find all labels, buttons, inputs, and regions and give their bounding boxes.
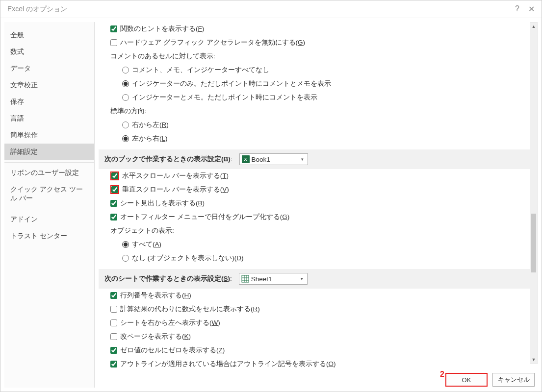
- checkbox-hw-accel[interactable]: [110, 39, 117, 46]
- scrollbar-down-icon[interactable]: ▼: [530, 356, 537, 364]
- option-row: 関数のヒントを表示する(F): [99, 22, 530, 36]
- content: 関数のヒントを表示する(F) ハードウェア グラフィック アクセラレータを無効に…: [95, 18, 542, 368]
- checkbox-label: 水平スクロール バーを表示する(T): [122, 172, 229, 180]
- label-text: 標準の方向:: [110, 107, 147, 116]
- option-row: 垂直スクロール バーを表示する(V): [99, 183, 530, 196]
- option-row: ゼロ値のセルにゼロを表示する(Z): [99, 343, 530, 357]
- section-label: 次のシートで作業するときの表示設定(S):: [104, 274, 232, 283]
- sidebar-item-ribbon[interactable]: リボンのユーザー設定: [4, 165, 94, 181]
- checkbox-label: アウトラインが適用されている場合はアウトライン記号を表示する(O): [120, 360, 336, 368]
- sidebar-item-easy[interactable]: 簡単操作: [4, 127, 94, 144]
- sidebar-item-save[interactable]: 保存: [4, 94, 94, 110]
- checkbox-outline-symbols[interactable]: [110, 361, 117, 368]
- chevron-down-icon: ▾: [301, 157, 304, 162]
- sidebar-item-label: 詳細設定: [10, 148, 38, 155]
- radio-label: 左から右(L): [132, 134, 168, 143]
- option-row: 行列番号を表示する(H): [99, 289, 530, 302]
- option-row: アウトラインが適用されている場合はアウトライン記号を表示する(O): [99, 357, 530, 368]
- checkbox-autofilter-group[interactable]: [110, 214, 117, 220]
- help-icon[interactable]: ?: [515, 4, 519, 14]
- sheet-icon: [241, 275, 249, 283]
- checkbox-func-hint[interactable]: [110, 25, 117, 32]
- sidebar-item-trust[interactable]: トラスト センター: [4, 228, 94, 245]
- radio-rtl[interactable]: [122, 122, 129, 128]
- radio-obj-all[interactable]: [122, 241, 129, 248]
- option-row: オートフィルター メニューで日付をグループ化する(G): [99, 210, 530, 224]
- sidebar-item-label: トラスト センター: [10, 232, 67, 240]
- checkbox-row-col-headers[interactable]: [110, 292, 117, 299]
- sidebar-item-language[interactable]: 言語: [4, 110, 94, 127]
- footer: 2 OK キャンセル: [95, 368, 542, 392]
- checkbox-zero-values[interactable]: [110, 347, 117, 354]
- section-label: 次のブックで作業するときの表示設定(B):: [104, 155, 232, 164]
- sidebar-item-formula[interactable]: 数式: [4, 44, 94, 60]
- group-label: 標準の方向:: [99, 104, 530, 118]
- section-header-book: 次のブックで作業するときの表示設定(B): X Book1 ▾: [99, 149, 530, 169]
- scrollbar-vertical[interactable]: ▲ ▼: [530, 22, 538, 364]
- checkbox-page-breaks[interactable]: [110, 333, 117, 340]
- close-icon[interactable]: ✕: [528, 4, 535, 14]
- checkbox-label: シートを右から左へ表示する(W): [120, 318, 220, 327]
- radio-ltr[interactable]: [122, 135, 129, 142]
- scrollbar-up-icon[interactable]: ▲: [530, 23, 537, 30]
- checkbox-label: 行列番号を表示する(H): [120, 291, 191, 300]
- checkbox-label: 関数のヒントを表示する(F): [120, 24, 204, 33]
- checkbox-sheet-tabs[interactable]: [110, 200, 117, 207]
- sidebar-item-general[interactable]: 全般: [4, 27, 94, 44]
- sidebar-item-label: 保存: [10, 98, 24, 105]
- checkbox-label: ゼロ値のセルにゼロを表示する(Z): [120, 346, 225, 355]
- option-row: コメント、メモ、インジケーターすべてなし: [99, 63, 530, 77]
- radio-obj-none[interactable]: [122, 255, 129, 262]
- dropdown-value: Book1: [252, 156, 295, 163]
- group-label: オブジェクトの表示:: [99, 224, 530, 238]
- svg-rect-0: [242, 275, 249, 282]
- sidebar-item-data[interactable]: データ: [4, 60, 94, 77]
- checkbox-label: シート見出しを表示する(B): [120, 199, 205, 208]
- option-row: シートを右から左へ表示する(W): [99, 316, 530, 330]
- sidebar-item-label: 文章校正: [10, 81, 38, 89]
- options-dialog: Excel のオプション ? ✕ 全般 数式 データ 文章校正 保存 言語 簡単…: [0, 0, 542, 392]
- ok-button[interactable]: OK: [445, 373, 488, 387]
- radio-comment-indicator[interactable]: [122, 80, 129, 87]
- option-row: 左から右(L): [99, 132, 530, 146]
- radio-label: コメント、メモ、インジケーターすべてなし: [132, 66, 269, 74]
- titlebar: Excel のオプション ? ✕: [0, 0, 542, 18]
- cancel-button[interactable]: キャンセル: [492, 373, 535, 387]
- sidebar-item-qat[interactable]: クイック アクセス ツール バー: [4, 181, 94, 207]
- radio-label: インジケーターのみ。ただしポイント時にコメントとメモを表示: [132, 79, 331, 88]
- sidebar-separator: [4, 209, 94, 209]
- radio-comment-none[interactable]: [122, 67, 129, 74]
- checkbox-label: 垂直スクロール バーを表示する(V): [122, 185, 229, 194]
- title-controls: ? ✕: [515, 4, 538, 14]
- option-row: なし (オブジェクトを表示しない)(D): [99, 251, 530, 265]
- label-text: オブジェクトの表示:: [110, 226, 174, 235]
- sidebar: 全般 数式 データ 文章校正 保存 言語 簡単操作 詳細設定 リボンのユーザー設…: [4, 22, 95, 388]
- option-row: 改ページを表示する(K): [99, 330, 530, 343]
- radio-label: インジケーターとメモ。ただしポイント時にコメントを表示: [132, 93, 317, 102]
- sidebar-item-label: データ: [10, 65, 31, 72]
- sidebar-item-proofing[interactable]: 文章校正: [4, 77, 94, 94]
- dropdown-value: Sheet1: [251, 275, 295, 283]
- sidebar-item-addin[interactable]: アドイン: [4, 211, 94, 228]
- scrollbar-thumb[interactable]: [531, 214, 536, 272]
- checkbox-vscroll[interactable]: [111, 186, 118, 193]
- radio-label: すべて(A): [132, 240, 161, 249]
- checkbox-show-formulas[interactable]: [110, 306, 117, 313]
- option-row: シート見出しを表示する(B): [99, 196, 530, 210]
- sidebar-item-advanced[interactable]: 詳細設定: [4, 144, 94, 160]
- chevron-down-icon: ▾: [301, 276, 303, 281]
- sidebar-separator: [4, 162, 94, 163]
- checkbox-hscroll[interactable]: [111, 172, 118, 179]
- sidebar-item-label: クイック アクセス ツール バー: [10, 186, 83, 202]
- dropdown-sheet[interactable]: Sheet1 ▾: [239, 273, 308, 285]
- label-text: コメントのあるセルに対して表示:: [110, 52, 215, 61]
- dropdown-book[interactable]: X Book1 ▾: [239, 153, 308, 165]
- checkbox-sheet-rtl[interactable]: [110, 319, 117, 326]
- option-row: インジケーターとメモ。ただしポイント時にコメントを表示: [99, 91, 530, 104]
- checkbox-label: ハードウェア グラフィック アクセラレータを無効にする(G): [120, 38, 305, 47]
- radio-comment-memo[interactable]: [122, 94, 129, 101]
- group-label: コメントのあるセルに対して表示:: [99, 49, 530, 63]
- sidebar-item-label: 全般: [10, 31, 24, 39]
- sidebar-item-label: 言語: [10, 115, 24, 122]
- option-row: インジケーターのみ。ただしポイント時にコメントとメモを表示: [99, 77, 530, 91]
